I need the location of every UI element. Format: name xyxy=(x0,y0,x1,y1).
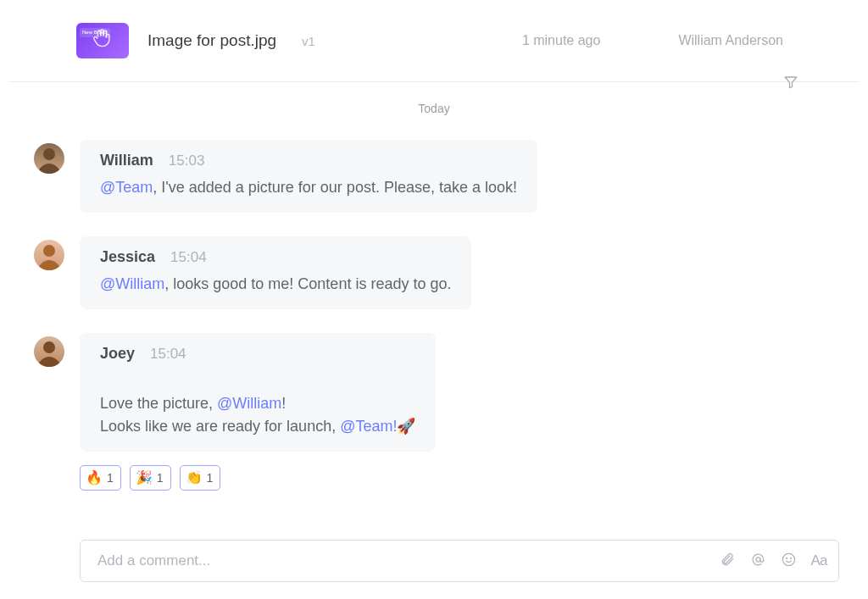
comment-bubble[interactable]: William 15:03 @Team, I've added a pictur… xyxy=(80,140,537,213)
hand-icon xyxy=(92,26,114,53)
mention-button[interactable] xyxy=(748,552,767,570)
svg-point-4 xyxy=(755,557,760,561)
avatar[interactable] xyxy=(34,143,64,174)
comment-author: Jessica xyxy=(100,248,155,266)
reaction[interactable]: 🎉 1 xyxy=(130,465,171,491)
comment: Joey 15:04 Love the picture, @William! L… xyxy=(34,333,834,491)
reaction-count: 1 xyxy=(207,471,214,485)
paperclip-icon xyxy=(720,552,735,570)
file-row: New Brand Image for post.jpg v1 1 minute… xyxy=(0,10,868,71)
fire-emoji: 🔥 xyxy=(86,471,103,485)
svg-point-2 xyxy=(43,245,55,257)
avatar[interactable] xyxy=(34,336,64,367)
svg-point-3 xyxy=(43,341,55,353)
comment-body: Love the picture, @William! Looks like w… xyxy=(100,369,415,438)
format-icon: Aa xyxy=(811,552,827,569)
comment-body: @William, looks good to me! Content is r… xyxy=(100,273,451,296)
comment-body: @Team, I've added a picture for our post… xyxy=(100,176,517,199)
svg-marker-0 xyxy=(785,77,797,88)
party-emoji: 🎉 xyxy=(136,471,153,485)
comment-author: William xyxy=(100,152,153,169)
reaction[interactable]: 🔥 1 xyxy=(80,465,121,491)
comment-input[interactable] xyxy=(96,552,718,570)
format-button[interactable]: Aa xyxy=(810,552,828,570)
comment-time: 15:04 xyxy=(170,249,207,266)
svg-point-5 xyxy=(782,553,794,565)
file-version: v1 xyxy=(302,34,315,48)
date-separator: Today xyxy=(0,102,868,115)
reaction-count: 1 xyxy=(157,471,164,485)
mention[interactable]: @William xyxy=(100,275,164,292)
comment-bubble[interactable]: Jessica 15:04 @William, looks good to me… xyxy=(80,236,471,309)
svg-point-7 xyxy=(790,557,791,558)
filter-icon xyxy=(783,75,798,93)
mention[interactable]: @Team! xyxy=(340,418,397,435)
smiley-icon xyxy=(781,552,797,571)
comment-composer[interactable]: Aa xyxy=(80,540,839,582)
reaction[interactable]: 👏 1 xyxy=(180,465,221,491)
reaction-count: 1 xyxy=(107,471,114,485)
file-thumbnail[interactable]: New Brand xyxy=(76,23,129,58)
mention[interactable]: @Team xyxy=(100,179,153,196)
comment-author: Joey xyxy=(100,345,135,363)
at-icon xyxy=(750,552,766,571)
file-owner[interactable]: William Anderson xyxy=(678,33,783,48)
divider xyxy=(8,81,860,82)
comment-bubble[interactable]: Joey 15:04 Love the picture, @William! L… xyxy=(80,333,436,452)
comment: William 15:03 @Team, I've added a pictur… xyxy=(34,140,834,213)
avatar[interactable] xyxy=(34,240,64,270)
comment-time: 15:04 xyxy=(150,346,186,363)
reactions: 🔥 1 🎉 1 👏 1 xyxy=(80,465,436,491)
comment-time: 15:03 xyxy=(169,153,205,169)
emoji-button[interactable] xyxy=(779,552,798,570)
file-name[interactable]: Image for post.jpg xyxy=(147,31,276,50)
mention[interactable]: @William xyxy=(217,395,281,412)
comments-list: William 15:03 @Team, I've added a pictur… xyxy=(34,140,834,514)
attachment-button[interactable] xyxy=(718,552,737,570)
comment: Jessica 15:04 @William, looks good to me… xyxy=(34,236,834,309)
svg-point-1 xyxy=(43,148,55,160)
svg-point-6 xyxy=(786,557,787,558)
clap-emoji: 👏 xyxy=(186,471,203,485)
file-time: 1 minute ago xyxy=(522,33,601,48)
filter-button[interactable] xyxy=(780,73,802,95)
